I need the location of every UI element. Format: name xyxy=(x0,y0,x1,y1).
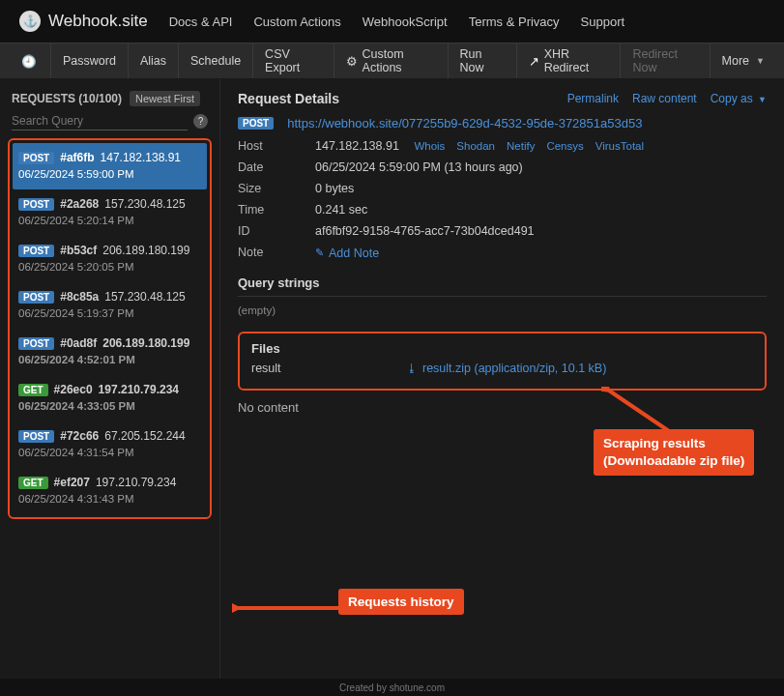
virustotal-link[interactable]: VirusTotal xyxy=(595,140,644,152)
request-ip: 157.230.48.125 xyxy=(104,290,185,304)
permalink-link[interactable]: Permalink xyxy=(567,92,619,105)
footer: Created by shotune.com xyxy=(0,679,784,696)
sidebar: REQUESTS (10/100) Newest First ? POST#af… xyxy=(0,79,220,679)
request-hash: #8c85a xyxy=(60,290,99,304)
nav-terms[interactable]: Terms & Privacy xyxy=(469,14,560,29)
request-ip: 206.189.180.199 xyxy=(102,336,189,350)
brand-name: Webhook.site xyxy=(48,12,148,31)
request-ip: 197.210.79.234 xyxy=(99,383,179,396)
custom-actions-button[interactable]: ⚙ Custom Actions xyxy=(334,44,449,78)
nav-custom-actions[interactable]: Custom Actions xyxy=(253,14,340,29)
request-ip: 197.210.79.234 xyxy=(96,476,176,489)
top-nav: ⚓ Webhook.site Docs & API Custom Actions… xyxy=(0,0,784,43)
request-item[interactable]: GET#26ec0197.210.79.23406/25/2024 4:33:0… xyxy=(13,375,207,421)
request-item[interactable]: POST#0ad8f206.189.180.19906/25/2024 4:52… xyxy=(13,329,207,375)
method-badge: GET xyxy=(18,477,48,489)
netify-link[interactable]: Netify xyxy=(507,140,535,152)
clock-icon: 🕘 xyxy=(21,54,37,69)
whois-link[interactable]: Whois xyxy=(414,140,445,152)
xhr-redirect-button[interactable]: ↗ XHR Redirect xyxy=(517,44,622,78)
request-timestamp: 06/25/2024 5:19:37 PM xyxy=(18,307,201,319)
file-field-name: result xyxy=(251,362,406,375)
sort-toggle[interactable]: Newest First xyxy=(130,91,200,106)
size-label: Size xyxy=(238,182,315,195)
search-row: ? xyxy=(8,112,212,136)
request-item[interactable]: GET#ef207197.210.79.23406/25/2024 4:31:4… xyxy=(13,468,207,514)
help-icon[interactable]: ? xyxy=(193,114,208,129)
method-badge: POST xyxy=(18,198,54,211)
request-item[interactable]: POST#b53cf206.189.180.19906/25/2024 5:20… xyxy=(13,236,207,282)
request-hash: #0ad8f xyxy=(60,336,97,350)
date-label: Date xyxy=(238,160,315,174)
query-strings-title: Query strings xyxy=(238,276,767,297)
host-value: 147.182.138.91 Whois Shodan Netify Censy… xyxy=(315,139,767,153)
requests-list: POST#af6fb147.182.138.9106/25/2024 5:59:… xyxy=(8,138,212,519)
redirect-now-button[interactable]: Redirect Now xyxy=(621,44,710,78)
files-section: Files result ⭳ result.zip (application/z… xyxy=(238,332,767,391)
chevron-down-icon: ▼ xyxy=(756,56,765,66)
requests-count: REQUESTS (10/100) xyxy=(12,92,122,105)
alias-button[interactable]: Alias xyxy=(129,44,179,78)
request-hash: #b53cf xyxy=(60,244,97,257)
details-header: Request Details Permalink Raw content Co… xyxy=(238,91,767,106)
sidebar-header: REQUESTS (10/100) Newest First xyxy=(8,89,212,112)
download-icon: ⭳ xyxy=(406,362,418,375)
raw-content-link[interactable]: Raw content xyxy=(632,92,697,105)
id-value: af6fbf92-9158-4765-acc7-73b04dced491 xyxy=(315,224,767,238)
request-url[interactable]: https://webhook.site/077255b9-629d-4532-… xyxy=(287,116,642,130)
request-hash: #26ec0 xyxy=(54,383,93,396)
request-timestamp: 06/25/2024 5:59:00 PM xyxy=(18,168,201,180)
shodan-link[interactable]: Shodan xyxy=(456,140,495,152)
method-badge: POST xyxy=(238,117,274,130)
method-badge: POST xyxy=(18,245,54,257)
gear-icon: ⚙ xyxy=(346,54,358,69)
method-badge: POST xyxy=(18,430,54,443)
request-hash: #af6fb xyxy=(60,151,94,164)
note-value: ✎ Add Note xyxy=(315,246,767,260)
time-label: Time xyxy=(238,203,315,217)
schedule-button[interactable]: Schedule xyxy=(179,44,253,78)
request-item[interactable]: POST#72c6667.205.152.24406/25/2024 4:31:… xyxy=(13,421,207,468)
url-row: POST https://webhook.site/077255b9-629d-… xyxy=(238,116,767,130)
request-timestamp: 06/25/2024 5:20:05 PM xyxy=(18,261,201,273)
run-now-button[interactable]: Run Now xyxy=(449,44,517,78)
chevron-down-icon: ▼ xyxy=(758,95,767,104)
host-links: Whois Shodan Netify Censys VirusTotal xyxy=(414,140,644,152)
request-timestamp: 06/25/2024 4:31:43 PM xyxy=(18,493,201,505)
nav-docs[interactable]: Docs & API xyxy=(169,14,233,29)
clock-button[interactable]: 🕘 xyxy=(8,44,51,78)
add-note-link[interactable]: ✎ Add Note xyxy=(315,246,379,260)
request-item[interactable]: POST#8c85a157.230.48.12506/25/2024 5:19:… xyxy=(13,282,207,329)
copy-as-link[interactable]: Copy as ▼ xyxy=(711,92,767,105)
request-ip: 157.230.48.125 xyxy=(104,197,185,211)
note-label: Note xyxy=(238,246,315,259)
id-label: ID xyxy=(238,224,315,238)
details-title: Request Details xyxy=(238,91,567,106)
query-strings-empty: (empty) xyxy=(238,301,767,318)
host-label: Host xyxy=(238,139,315,153)
request-item[interactable]: POST#2a268157.230.48.12506/25/2024 5:20:… xyxy=(13,189,207,236)
main: REQUESTS (10/100) Newest First ? POST#af… xyxy=(0,79,784,679)
request-timestamp: 06/25/2024 5:20:14 PM xyxy=(18,215,201,226)
more-button[interactable]: More▼ xyxy=(711,44,776,78)
request-ip: 147.182.138.91 xyxy=(101,151,181,164)
search-input[interactable] xyxy=(12,112,188,130)
method-badge: POST xyxy=(18,337,54,350)
request-item[interactable]: POST#af6fb147.182.138.9106/25/2024 5:59:… xyxy=(13,143,207,189)
external-link-icon: ↗ xyxy=(529,54,539,69)
request-timestamp: 06/25/2024 4:31:54 PM xyxy=(18,447,201,458)
censys-link[interactable]: Censys xyxy=(546,140,583,152)
password-button[interactable]: Password xyxy=(51,44,129,78)
request-hash: #2a268 xyxy=(60,197,99,211)
csv-export-button[interactable]: CSV Export xyxy=(253,44,334,78)
time-value: 0.241 sec xyxy=(315,203,767,217)
request-hash: #ef207 xyxy=(54,476,90,489)
nav-support[interactable]: Support xyxy=(581,14,625,29)
file-download-link[interactable]: ⭳ result.zip (application/zip, 10.1 kB) xyxy=(406,362,606,375)
nav-webhookscript[interactable]: WebhookScript xyxy=(363,14,448,29)
request-details: Request Details Permalink Raw content Co… xyxy=(220,79,784,679)
size-value: 0 bytes xyxy=(315,182,767,195)
brand[interactable]: ⚓ Webhook.site xyxy=(19,11,148,32)
toolbar: 🕘 Password Alias Schedule CSV Export ⚙ C… xyxy=(0,43,784,79)
anchor-icon: ⚓ xyxy=(19,11,41,32)
